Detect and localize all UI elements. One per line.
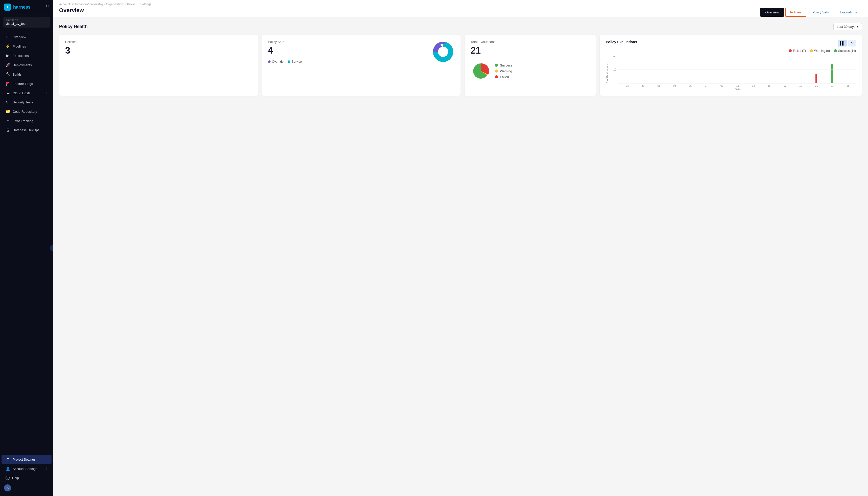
chart-legend-failed-dot xyxy=(789,49,792,52)
success-dot xyxy=(495,64,498,67)
x-label-25: 25 xyxy=(840,84,856,87)
legend-warning: Warning xyxy=(495,69,512,73)
cloud-costs-icon: ☁ xyxy=(5,91,10,95)
cards-row: Policies 3 Policy Sets 4 Override xyxy=(59,35,862,96)
breadcrumb-settings[interactable]: Settings xyxy=(141,2,151,6)
sidebar-item-executions[interactable]: ▶ Executions xyxy=(1,51,51,60)
project-chevron-icon: › xyxy=(47,20,48,24)
y-axis-label: # of Evaluations xyxy=(606,56,611,91)
sidebar-item-security-tests[interactable]: 🛡 Security Tests › xyxy=(1,98,51,107)
sidebar-item-code-repository[interactable]: 📁 Code Repository › xyxy=(1,107,51,116)
x-label-11: 11 xyxy=(730,84,745,87)
x-labels-row: 28 30 01 03 05 07 09 11 13 15 17 xyxy=(620,84,856,87)
user-avatar[interactable]: A xyxy=(4,484,11,492)
x-label-09: 09 xyxy=(714,84,729,87)
warning-label: Warning xyxy=(500,69,512,73)
breadcrumb-sep3: › xyxy=(139,2,140,6)
project-label-text: PROJECT xyxy=(5,19,26,22)
bar-chart-icon-btn[interactable]: ▌▌ xyxy=(838,40,847,47)
breadcrumb: Account: automationPipelinesNg › Organiz… xyxy=(59,2,151,6)
harness-logo[interactable]: ✦ harness xyxy=(4,3,31,11)
sidebar-item-deployments[interactable]: 🚀 Deployments › xyxy=(1,60,51,69)
sidebar-item-builds[interactable]: 🔨 Builds › xyxy=(1,70,51,79)
deployments-chevron-icon: › xyxy=(47,63,48,66)
policy-sets-card-value: 4 xyxy=(268,45,302,56)
breadcrumb-project[interactable]: Project: xyxy=(127,2,138,6)
topbar-left: Account: automationPipelinesNg › Organiz… xyxy=(59,2,151,17)
sidebar-item-project-settings[interactable]: ⚙ Project Settings › xyxy=(1,455,51,464)
sidebar-item-label-pipelines: Pipelines xyxy=(13,45,26,48)
legend-success: Success xyxy=(495,63,512,67)
project-selector[interactable]: PROJECT vishal_av_test › xyxy=(3,17,50,28)
project-settings-icon: ⚙ xyxy=(5,457,10,462)
database-devops-chevron-icon: › xyxy=(47,129,48,132)
breadcrumb-sep2: › xyxy=(125,2,126,6)
builds-chevron-icon: › xyxy=(47,73,48,76)
y-tick-20: 20 xyxy=(613,56,616,59)
x-axis-title: Date xyxy=(620,88,856,91)
tab-policies[interactable]: Policies xyxy=(785,8,807,17)
chart-legend-success: Success (14) xyxy=(834,49,856,52)
sidebar-item-label-project-settings: Project Settings xyxy=(13,458,36,461)
chart-legend-success-dot xyxy=(834,49,837,52)
chart-legend-warning-label: Warning (0) xyxy=(814,49,830,52)
topbar: Account: automationPipelinesNg › Organiz… xyxy=(53,0,868,17)
x-label-13: 13 xyxy=(745,84,761,87)
x-label-17: 17 xyxy=(777,84,793,87)
x-label-19: 19 xyxy=(793,84,808,87)
sidebar-item-account-settings[interactable]: 👤 Account Settings ℹ xyxy=(1,464,51,473)
tab-overview[interactable]: Overview xyxy=(760,8,784,17)
policy-sets-card-title: Policy Sets xyxy=(268,40,302,44)
database-devops-icon: 🗄 xyxy=(5,128,10,132)
eval-and-chart-container: Total Evaluations 21 xyxy=(465,35,862,96)
legend-label-override: Override xyxy=(272,60,284,63)
page-title: Overview xyxy=(59,7,151,17)
chart-legend-failed-label: Failed (7) xyxy=(793,49,806,52)
sidebar-item-pipelines[interactable]: ⚡ Pipelines xyxy=(1,42,51,51)
cloud-costs-info-icon: ℹ xyxy=(46,91,48,95)
x-label-30: 30 xyxy=(635,84,651,87)
chart-legend: Failed (7) Warning (0) Success (14) xyxy=(606,49,856,52)
success-label: Success xyxy=(500,63,512,67)
breadcrumb-account[interactable]: Account: automationPipelinesNg xyxy=(59,2,103,6)
project-name: vishal_av_test xyxy=(5,22,26,26)
code-repository-chevron-icon: › xyxy=(47,110,48,113)
legend-failed: Failed xyxy=(495,75,512,79)
sidebar-item-help[interactable]: ? Help xyxy=(1,474,51,482)
total-evaluations-title: Total Evaluations xyxy=(471,40,590,44)
policies-card: Policies 3 xyxy=(59,35,258,96)
chart-legend-failed: Failed (7) xyxy=(789,49,806,52)
security-tests-icon: 🛡 xyxy=(5,100,10,104)
warning-dot xyxy=(495,69,498,73)
x-label-21: 21 xyxy=(809,84,824,87)
top-tabs: Overview Policies Policy Sets Evaluation… xyxy=(760,8,862,17)
sidebar-item-label-error-tracking: Error Tracking xyxy=(13,119,33,123)
user-avatar-row: A xyxy=(0,482,53,494)
error-tracking-chevron-icon: › xyxy=(47,119,48,122)
grid-icon[interactable]: ⠿ xyxy=(46,4,49,10)
breadcrumb-organization[interactable]: Organization: xyxy=(106,2,124,6)
sidebar-item-overview[interactable]: ⊞ Overview xyxy=(1,32,51,42)
x-label-01: 01 xyxy=(651,84,667,87)
pipelines-icon: ⚡ xyxy=(5,44,10,48)
sidebar-item-cloud-costs[interactable]: ☁ Cloud Costs ℹ xyxy=(1,89,51,97)
policy-health-header: Policy Health Last 30 days ▾ xyxy=(59,23,862,30)
total-evaluations-card: Total Evaluations 21 xyxy=(465,35,596,96)
legend-item-service: Service xyxy=(288,60,302,63)
project-settings-chevron-icon: › xyxy=(47,458,48,461)
sidebar-item-error-tracking[interactable]: ⚠ Error Tracking › xyxy=(1,116,51,125)
builds-icon: 🔨 xyxy=(5,72,10,77)
sidebar-navigation: ⊞ Overview ⚡ Pipelines ▶ Executions 🚀 De… xyxy=(0,30,53,452)
date-filter-dropdown[interactable]: Last 30 days ▾ xyxy=(833,23,862,30)
sidebar-item-feature-flags[interactable]: 🚩 Feature Flags › xyxy=(1,79,51,88)
code-repository-icon: 📁 xyxy=(5,109,10,114)
grid-line-top xyxy=(618,56,856,56)
date-filter-chevron-icon: ▾ xyxy=(857,25,859,29)
failed-dot xyxy=(495,75,498,78)
policy-evaluations-chart-card: Policy Evaluations ▌▌ 〜 Failed (7) xyxy=(600,35,862,96)
chart-legend-success-label: Success (14) xyxy=(838,49,856,52)
line-chart-icon-btn[interactable]: 〜 xyxy=(848,40,856,47)
tab-policy-sets[interactable]: Policy Sets xyxy=(807,8,834,17)
sidebar-item-database-devops[interactable]: 🗄 Database DevOps › xyxy=(1,126,51,135)
tab-evaluations[interactable]: Evaluations xyxy=(835,8,862,17)
